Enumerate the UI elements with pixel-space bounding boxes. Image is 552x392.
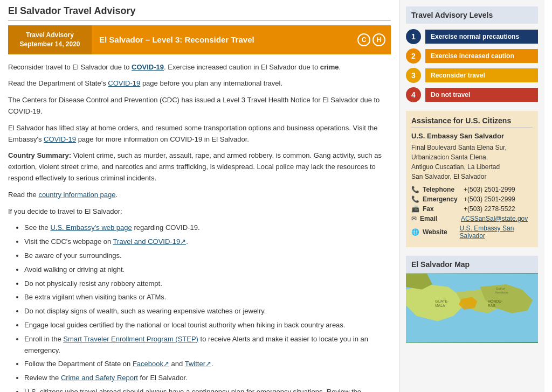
- advisory-banner: Travel Advisory September 14, 2020 El Sa…: [8, 25, 391, 54]
- travel-covid-link[interactable]: Travel and COVID-19↗: [113, 237, 187, 246]
- bullet-4: Avoid walking or driving at night.: [24, 264, 391, 276]
- contact-website: 🌐 Website U.S. Embassy San Salvador: [411, 225, 533, 240]
- emergency-label: Emergency: [423, 195, 460, 203]
- bullet-7: Do not display signs of wealth, such as …: [24, 306, 391, 317]
- bullet-10: Follow the Department of State on Facebo…: [24, 359, 391, 370]
- assistance-title: Assistance for U.S. Citizens: [411, 116, 533, 128]
- twitter-link[interactable]: Twitter↗: [185, 360, 211, 368]
- facebook-link[interactable]: Facebook↗: [133, 360, 169, 368]
- level-3-label: Reconsider travel: [425, 68, 538, 82]
- bullet-6: Be extra vigilant when visiting banks or…: [24, 292, 391, 303]
- email-label: Email: [420, 215, 458, 222]
- banner-date: Travel Advisory September 14, 2020: [8, 25, 92, 54]
- page-title: El Salvador Travel Advisory: [8, 5, 391, 21]
- advisory-levels-title: Travel Advisory Levels: [406, 6, 538, 24]
- banner-h-button[interactable]: H: [372, 33, 385, 46]
- fax-label: Fax: [423, 205, 460, 213]
- contact-telephone: 📞 Telephone +(503) 2501-2999: [411, 186, 533, 193]
- embassy-address: Final Boulevard Santa Elena Sur, Urbaniz…: [411, 143, 533, 181]
- level-2-label: Exercise increased caution: [425, 49, 538, 63]
- sidebar: Travel Advisory Levels 1 Exercise normal…: [399, 0, 544, 392]
- para-if-travel: If you decide to travel to El Salvador:: [8, 206, 391, 218]
- step-link[interactable]: Smart Traveler Enrollment Program (STEP): [63, 335, 198, 343]
- bullet-3: Be aware of your surroundings.: [24, 250, 391, 262]
- travel-bullets: See the U.S. Embassy's web page regardin…: [24, 222, 391, 392]
- email-icon: ✉: [411, 215, 417, 222]
- level-1-label: Exercise normal precautions: [425, 30, 538, 44]
- website-label: Website: [423, 228, 457, 236]
- level-2-number: 2: [406, 48, 421, 64]
- emergency-phone-icon: 📞: [411, 195, 419, 203]
- map-title: El Salvador Map: [406, 256, 538, 273]
- emergency-value: +(503) 2501-2999: [464, 195, 515, 203]
- para-country-summary: Country Summary: Violent crime, such as …: [8, 150, 391, 184]
- level-4-item: 4 Do not travel: [406, 87, 538, 102]
- embassy-name: U.S. Embassy San Salvador: [411, 132, 533, 140]
- level-3-item: 3 Reconsider travel: [406, 68, 538, 83]
- website-link[interactable]: U.S. Embassy San Salvador: [460, 225, 533, 240]
- contact-fax: 📠 Fax +(503) 2278-5522: [411, 205, 533, 213]
- para-dept-state: Read the Department of State's COVID-19 …: [8, 78, 391, 89]
- contact-emergency: 📞 Emergency +(503) 2501-2999: [411, 195, 533, 203]
- para-covid-intro: Reconsider travel to El Salvador due to …: [8, 62, 391, 73]
- covid-link-1[interactable]: COVID-19: [132, 63, 164, 71]
- svg-text:HONDU-: HONDU-: [488, 299, 502, 303]
- assistance-section: Assistance for U.S. Citizens U.S. Embass…: [406, 111, 538, 247]
- telephone-label: Telephone: [423, 186, 460, 193]
- bullet-9: Enroll in the Smart Traveler Enrollment …: [24, 334, 391, 356]
- level-1-number: 1: [406, 29, 421, 44]
- svg-text:Gulf of: Gulf of: [496, 287, 506, 290]
- banner-c-button[interactable]: C: [357, 33, 370, 46]
- email-link[interactable]: ACSSanSal@state.gov: [461, 215, 528, 222]
- fax-value: +(503) 2278-5522: [464, 205, 515, 213]
- crime-safety-link[interactable]: Crime and Safety Report: [61, 374, 138, 382]
- level-4-label: Do not travel: [425, 88, 538, 102]
- bullet-12: U.S. citizens who travel abroad should a…: [24, 387, 391, 392]
- para-el-salvador-lifted: El Salvador has lifted stay at home orde…: [8, 123, 391, 145]
- map-section: El Salvador Map GUATE- MALA HONDU: [406, 256, 538, 343]
- fax-icon: 📠: [411, 205, 419, 213]
- level-2-item: 2 Exercise increased caution: [406, 48, 538, 64]
- para-cdc: The Centers for Disease Control and Prev…: [8, 95, 391, 117]
- contact-email: ✉ Email ACSSanSal@state.gov: [411, 215, 533, 222]
- banner-level: El Salvador – Level 3: Reconsider Travel: [92, 30, 357, 50]
- level-4-number: 4: [406, 87, 421, 102]
- svg-text:Honduras: Honduras: [495, 291, 509, 294]
- level-3-number: 3: [406, 68, 421, 83]
- covid-link-2[interactable]: COVID-19: [108, 79, 140, 87]
- svg-text:GUATE-: GUATE-: [435, 299, 448, 303]
- svg-text:MALA: MALA: [435, 304, 445, 307]
- content-body: Reconsider travel to El Salvador due to …: [8, 62, 391, 392]
- level-1-item: 1 Exercise normal precautions: [406, 29, 538, 44]
- map-image: GUATE- MALA HONDU- RAS Gulf of Honduras: [406, 273, 538, 343]
- bullet-8: Engage local guides certified by the nat…: [24, 320, 391, 331]
- bullet-11: Review the Crime and Safety Report for E…: [24, 373, 391, 384]
- advisory-levels-section: Travel Advisory Levels 1 Exercise normal…: [406, 6, 538, 102]
- phone-icon: 📞: [411, 186, 419, 193]
- telephone-value: +(503) 2501-2999: [464, 186, 515, 193]
- embassy-web-link[interactable]: U.S. Embassy's web page: [50, 223, 132, 232]
- bullet-2: Visit the CDC's webpage on Travel and CO…: [24, 236, 391, 248]
- country-info-link[interactable]: country information page: [38, 191, 115, 199]
- svg-text:RAS: RAS: [488, 304, 496, 307]
- para-country-info: Read the country information page.: [8, 190, 391, 201]
- bullet-1: See the U.S. Embassy's web page regardin…: [24, 222, 391, 234]
- bullet-5: Do not physically resist any robbery att…: [24, 278, 391, 290]
- website-icon: 🌐: [411, 228, 419, 236]
- covid-link-3[interactable]: COVID-19: [44, 135, 76, 143]
